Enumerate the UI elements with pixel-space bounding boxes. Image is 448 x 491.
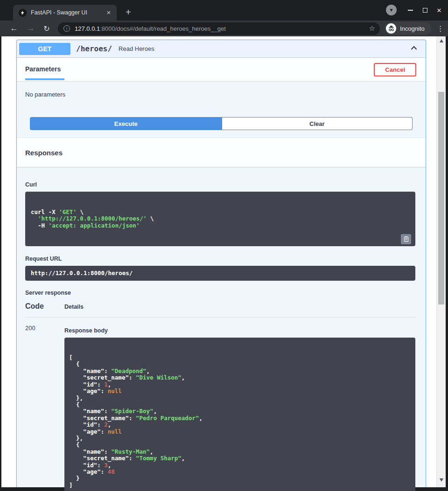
window-close-button[interactable]: ✕ (434, 6, 444, 15)
tab-title: FastAPI - Swagger UI (31, 9, 105, 16)
incognito-icon (386, 23, 396, 34)
parameters-title: Parameters (25, 65, 61, 74)
browser-tab[interactable]: FastAPI - Swagger UI × (13, 5, 117, 21)
curl-label: Curl (25, 167, 415, 188)
window-left-edge (0, 36, 1, 487)
address-bar[interactable]: i 127.0.0.1:8000/docs#/default/read_hero… (58, 22, 380, 35)
window-right-edge (446, 36, 448, 487)
reload-icon[interactable]: ↻ (40, 24, 53, 33)
url-text[interactable]: 127.0.0.1:8000/docs#/default/read_heroes… (75, 25, 365, 32)
responses-body: Curl curl -X 'GET' \ 'http://127.0.0.1:8… (17, 167, 426, 491)
status-code: 200 (25, 324, 64, 491)
method-badge: GET (19, 43, 70, 55)
forward-icon[interactable]: → (24, 24, 37, 33)
tab-close-icon[interactable]: × (105, 8, 113, 17)
maximize-button[interactable] (420, 6, 430, 15)
back-icon[interactable]: ← (7, 24, 21, 33)
parameters-header: Parameters Cancel (17, 58, 426, 82)
browser-menu-icon[interactable]: ⋮ (436, 24, 445, 33)
execute-row: Execute Clear (30, 117, 413, 130)
minimize-button[interactable] (405, 6, 415, 15)
details-column-header: Details (64, 304, 84, 310)
copy-curl-button[interactable] (401, 234, 411, 244)
minimize-icon (408, 10, 413, 11)
clear-button[interactable]: Clear (222, 117, 413, 130)
fastapi-favicon-icon (19, 9, 27, 17)
responses-header: Responses (17, 138, 426, 167)
opblock-get-heroes: GET /heroes/ Read Heroes Parameters Canc… (16, 40, 426, 487)
site-info-icon[interactable]: i (63, 25, 70, 32)
operation-summary: Read Heroes (119, 45, 154, 52)
new-tab-button[interactable]: + (122, 7, 134, 19)
response-table-header: Code Details (25, 302, 415, 318)
operation-path: /heroes/ (76, 44, 112, 53)
spacer (17, 130, 426, 138)
page-content: GET /heroes/ Read Heroes Parameters Canc… (0, 36, 448, 487)
url-host: 127.0.0.1 (75, 25, 100, 32)
no-parameters-text: No parameters (17, 82, 426, 98)
request-url-block: http://127.0.0.1:8000/heroes/ (25, 266, 415, 281)
bookmark-star-icon[interactable]: ☆ (369, 24, 375, 33)
curl-command-block: curl -X 'GET' \ 'http://127.0.0.1:8000/h… (25, 192, 415, 246)
response-body-label: Response body (64, 327, 415, 334)
cancel-button[interactable]: Cancel (374, 63, 416, 76)
opblock-header[interactable]: GET /heroes/ Read Heroes (17, 40, 426, 58)
tab-search-icon[interactable]: ▼ (386, 5, 397, 15)
url-path: :8000/docs#/default/read_heroes_heroes__… (100, 25, 226, 32)
incognito-badge: Incognito (385, 22, 431, 35)
collapse-chevron-icon[interactable] (409, 43, 419, 55)
page-scrollbar[interactable] (436, 36, 446, 487)
browser-titlebar: FastAPI - Swagger UI × + ▼ ✕ (0, 0, 448, 21)
incognito-label: Incognito (400, 25, 425, 32)
scrollbar-up-icon[interactable] (440, 39, 443, 42)
request-url-label: Request URL (25, 256, 415, 262)
response-row-200: 200 Response body [ { "name": "Deadpond"… (25, 324, 415, 491)
parameters-tab-underline (25, 78, 64, 80)
scrollbar-thumb[interactable] (438, 92, 444, 304)
responses-title: Responses (25, 149, 63, 157)
parameters-title-text: Parameters (25, 65, 61, 73)
response-details: Response body [ { "name": "Deadpond", "s… (64, 324, 415, 491)
server-response-label: Server response (25, 290, 415, 296)
browser-toolbar: ← → ↻ i 127.0.0.1:8000/docs#/default/rea… (0, 21, 448, 36)
scrollbar-down-icon[interactable] (440, 478, 443, 482)
code-column-header: Code (25, 302, 64, 311)
response-body-block: [ { "name": "Deadpond", "secret_name": "… (64, 338, 415, 491)
maximize-icon (423, 8, 427, 13)
execute-button[interactable]: Execute (30, 117, 222, 130)
